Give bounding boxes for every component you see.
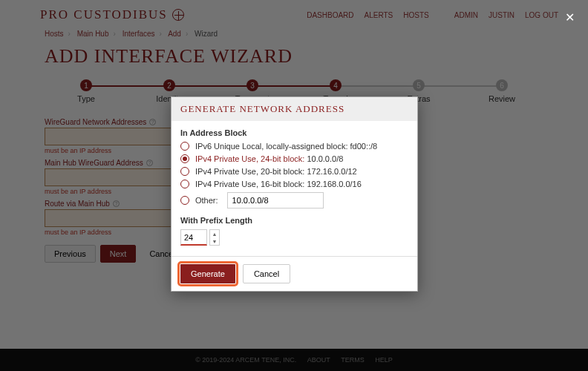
- radio-ipv4-16[interactable]: IPv4 Private Use, 16-bit block: 192.168.…: [180, 180, 408, 188]
- radio-ipv6-ula[interactable]: IPv6 Unique Local, locally-assigned bloc…: [180, 142, 408, 151]
- radio-ipv4-24-label: IPv4 Private Use, 24-bit block: 10.0.0.0…: [195, 154, 343, 163]
- radio-ipv6-label: IPv6 Unique Local, locally-assigned bloc…: [195, 142, 377, 151]
- close-icon[interactable]: ✕: [565, 10, 575, 24]
- radio-icon: [180, 142, 189, 151]
- generate-address-modal: GENERATE NETWORK ADDRESS In Address Bloc…: [171, 96, 418, 292]
- radio-ipv4-24[interactable]: IPv4 Private Use, 24-bit block: 10.0.0.0…: [180, 154, 408, 163]
- stepper-down-icon[interactable]: ▼: [210, 237, 219, 245]
- radio-icon: [180, 180, 189, 188]
- radio-ipv4-20[interactable]: IPv4 Private Use, 20-bit block: 172.16.0…: [180, 167, 408, 176]
- radio-ipv4-20-label: IPv4 Private Use, 20-bit block: 172.16.0…: [195, 167, 357, 176]
- radio-icon: [180, 167, 189, 176]
- modal-cancel-button[interactable]: Cancel: [243, 264, 290, 283]
- radio-other-label: Other:: [195, 196, 218, 205]
- radio-ipv4-16-label: IPv4 Private Use, 16-bit block: 192.168.…: [195, 180, 362, 188]
- radio-icon: [180, 154, 189, 163]
- prefix-length-input[interactable]: [180, 229, 207, 246]
- prefix-heading: With Prefix Length: [180, 216, 408, 225]
- address-block-heading: In Address Block: [180, 128, 408, 137]
- generate-button[interactable]: Generate: [180, 264, 235, 283]
- radio-other[interactable]: Other:: [180, 192, 408, 209]
- other-block-input[interactable]: [227, 192, 324, 209]
- modal-title: GENERATE NETWORK ADDRESS: [172, 97, 417, 121]
- radio-icon: [180, 196, 189, 205]
- stepper-up-icon[interactable]: ▲: [210, 230, 219, 237]
- prefix-stepper[interactable]: ▲ ▼: [209, 229, 220, 246]
